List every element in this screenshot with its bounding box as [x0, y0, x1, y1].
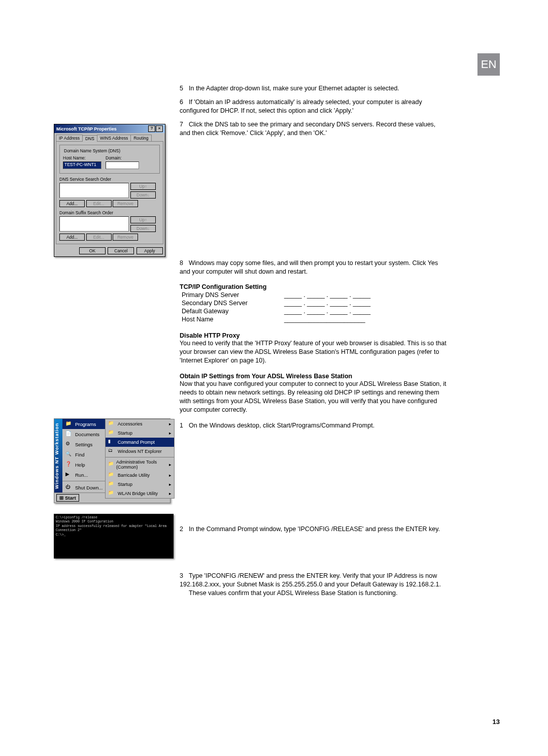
dialog-tabs: IP AddressDNSWINS AddressRouting [54, 133, 165, 141]
settings-icon: ⚙ [65, 441, 73, 448]
close-icon[interactable]: × [156, 125, 163, 132]
down-button[interactable]: Down↓ [130, 191, 156, 199]
dns-list[interactable] [59, 183, 129, 198]
step-number: 3 [180, 572, 189, 580]
steps-5-7: 5In the Adapter drop-down list, make sur… [180, 84, 447, 142]
domain-input[interactable] [106, 161, 139, 169]
config-row-label: Secondary DNS Server [181, 300, 249, 307]
group-search-order: DNS Service Search Order [59, 177, 160, 182]
find-icon: 🔍 [65, 451, 73, 458]
cmd-line: IP address successfully released for ada… [56, 524, 172, 533]
cmd-prompt-figure: C:\>ipconfig /release Windows 2000 IP Co… [54, 514, 170, 558]
remove-button[interactable]: Remove [113, 200, 138, 207]
folder-icon: 📁 [108, 481, 115, 488]
step-number: 8 [180, 259, 189, 268]
start-button[interactable]: ⊞Start [56, 494, 79, 502]
tcpip-dialog-figure: Microsoft TCP/IP Properties ?× IP Addres… [54, 124, 170, 257]
suffix-list[interactable] [59, 216, 129, 232]
folder-icon: 📁 [108, 472, 115, 479]
apply-button[interactable]: Apply [136, 247, 163, 254]
explorer-icon: 🗂 [108, 448, 115, 455]
dialog-title: Microsoft TCP/IP Properties [56, 126, 117, 132]
start-menu-figure: Windows NT Workstation 📁Programs▸ 📄Docum… [54, 418, 170, 503]
tab-routing[interactable]: Routing [130, 135, 151, 141]
step-text: On the Windows desktop, click Start/Prog… [189, 422, 374, 429]
group-dns: Domain Name System (DNS) [63, 148, 121, 153]
step-number: 7 [180, 120, 189, 129]
proxy-body: You need to verify that the 'HTTP Proxy'… [180, 339, 447, 365]
tab-ip-address[interactable]: IP Address [56, 135, 83, 141]
start-menu-banner: Windows NT Workstation [54, 419, 62, 492]
step-3: 3Type 'IPCONFIG /RENEW' and press the EN… [180, 572, 447, 603]
ok-button[interactable]: OK [79, 247, 106, 254]
window-controls: ?× [148, 125, 163, 132]
submenu-accessories[interactable]: 📁Accessories▸ [106, 419, 174, 429]
step-number: 1 [180, 421, 189, 430]
remove-button-2[interactable]: Remove [113, 234, 138, 241]
step-text: Type 'IPCONFIG /RENEW' and press the ENT… [180, 572, 441, 588]
step-text: In the Adapter drop-down list, make sure… [189, 85, 399, 92]
config-table: Primary DNS Server_____ . _____ . _____ … [180, 290, 372, 324]
config-row-label: Default Gateway [181, 308, 249, 315]
cmd-icon: ▮ [108, 439, 115, 446]
edit-button[interactable]: Edit... [86, 200, 112, 207]
submenu-startup-2[interactable]: 📁Startup▸ [106, 480, 174, 489]
config-row-blank: _____ . _____ . _____ . _____ [283, 308, 371, 315]
folder-icon: 📁 [108, 430, 115, 437]
config-row-label: Primary DNS Server [181, 291, 249, 299]
tab-dns[interactable]: DNS [82, 135, 97, 142]
submenu-admin-tools[interactable]: 📁Administrative Tools (Common)▸ [106, 458, 174, 471]
submenu-explorer[interactable]: 🗂Windows NT Explorer [106, 447, 174, 456]
folder-icon: 📁 [108, 420, 115, 428]
folder-icon: 📁 [108, 490, 115, 497]
submenu-startup[interactable]: 📁Startup▸ [106, 429, 174, 438]
run-icon: ▶ [65, 471, 73, 478]
config-row-blank: _____ . _____ . _____ . _____ [283, 300, 371, 307]
obtain-heading: Obtain IP Settings from Your ADSL Wirele… [180, 373, 447, 380]
cancel-button[interactable]: Cancel [108, 247, 134, 254]
config-heading: TCP/IP Configuration Setting [180, 283, 447, 290]
config-row-blank: _______________________ [283, 316, 371, 323]
submenu-barricade[interactable]: 📁Barricade Utility▸ [106, 471, 174, 480]
cmd-line: C:\>ipconfig /release [56, 516, 172, 520]
command-prompt-window: C:\>ipconfig /release Windows 2000 IP Co… [54, 514, 174, 558]
help-icon: ❓ [65, 461, 73, 468]
windows-icon: ⊞ [59, 495, 63, 501]
submenu-command-prompt[interactable]: ▮Command Prompt [106, 438, 174, 447]
programs-submenu: 📁Accessories▸ 📁Startup▸ ▮Command Prompt … [105, 419, 175, 499]
step-number: 2 [180, 525, 189, 534]
step-text: Windows may copy some files, and will th… [180, 259, 438, 275]
up-button[interactable]: Up↑ [130, 183, 156, 190]
obtain-body: Now that you have configured your comput… [180, 380, 447, 414]
help-icon[interactable]: ? [148, 125, 155, 132]
domain-label: Domain: [106, 155, 139, 160]
shutdown-icon: ⏻ [65, 484, 73, 491]
step-text: In the Command Prompt window, type 'IPCO… [189, 525, 440, 533]
language-tab: EN [477, 53, 500, 76]
dialog-titlebar: Microsoft TCP/IP Properties ?× [54, 124, 165, 133]
submenu-wlan[interactable]: 📁WLAN Bridge Utility▸ [106, 489, 174, 498]
cmd-line: Windows 2000 IP Configuration [56, 520, 172, 524]
folder-icon: 📁 [108, 461, 114, 468]
proxy-heading: Disable HTTP Proxy [180, 332, 447, 339]
page-number: 13 [493, 718, 500, 726]
page: EN 5In the Adapter drop-down list, make … [0, 0, 548, 756]
step-number: 5 [180, 84, 189, 93]
step-number: 6 [180, 98, 189, 107]
group-suffix-order: Domain Suffix Search Order [59, 210, 160, 215]
step-text: Click the DNS tab to see the primary and… [180, 121, 435, 137]
tab-wins[interactable]: WINS Address [97, 135, 131, 141]
programs-icon: 📁 [65, 420, 73, 428]
down-button-2[interactable]: Down↓ [130, 225, 156, 232]
up-button-2[interactable]: Up↑ [130, 216, 156, 223]
step-text: If 'Obtain an IP address automatically' … [180, 98, 422, 114]
documents-icon: 📄 [65, 431, 73, 438]
add-button[interactable]: Add... [59, 200, 85, 207]
host-name-input[interactable]: TEST-PC-WNT1 [63, 161, 101, 169]
cmd-line: C:\>_ [56, 533, 172, 537]
add-button-2[interactable]: Add... [59, 234, 85, 241]
edit-button-2[interactable]: Edit... [86, 234, 112, 241]
step-text: These values confirm that your ADSL Wire… [189, 589, 398, 598]
host-label: Host Name: [63, 155, 101, 160]
mid-text: 8Windows may copy some files, and will t… [180, 259, 447, 435]
